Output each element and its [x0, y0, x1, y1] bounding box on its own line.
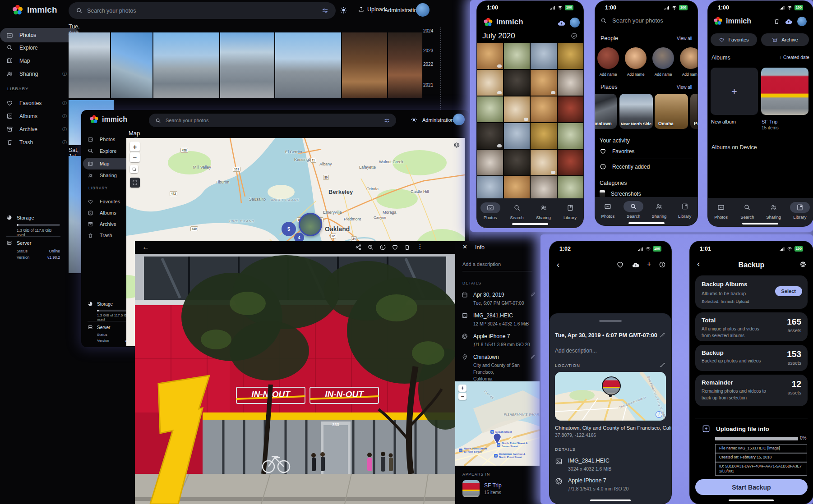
photo-thumbnail[interactable] [342, 32, 387, 98]
backup-cloud-icon[interactable] [557, 19, 566, 27]
add-name-link[interactable]: Add name [681, 72, 698, 77]
photo-thumbnail[interactable] [531, 96, 557, 122]
filter-sliders-icon[interactable] [384, 118, 390, 124]
place-tile[interactable]: Chinatown [595, 94, 617, 129]
edit-date-icon[interactable] [530, 292, 536, 297]
photo-thumbnail[interactable] [69, 32, 110, 98]
nav-sharing[interactable]: Sharing [762, 202, 785, 220]
sheet-drag-handle[interactable] [599, 320, 622, 322]
photo-thumbnail[interactable] [477, 123, 503, 149]
theme-toggle-icon[interactable] [340, 6, 347, 14]
recently-added-row[interactable]: Recently added [600, 163, 650, 170]
nav-search[interactable]: Search [505, 202, 529, 220]
close-icon[interactable]: ✕ [462, 243, 467, 250]
nav-search[interactable]: Search [735, 202, 759, 220]
sidebar-item-archive[interactable]: Archiveⓘ [6, 126, 67, 133]
location-minimap[interactable]: + − FISHERMAN'S WHARF Pier 45 🚌Beach Str… [455, 381, 540, 466]
map-zoom-in-button[interactable]: + [130, 142, 140, 151]
archive-button[interactable]: Archive [761, 33, 809, 46]
add-name-link[interactable]: Add name [653, 72, 673, 77]
zoom-icon[interactable] [367, 244, 374, 251]
add-name-link[interactable]: Add name [626, 72, 646, 77]
photo-thumbnail[interactable] [504, 123, 530, 149]
timeline-scrubber[interactable]: 2024 2023 2022 2021 [423, 25, 455, 115]
filter-sliders-icon[interactable] [322, 7, 328, 14]
photo-thumbnail[interactable] [477, 43, 503, 69]
photo-thumbnail[interactable] [531, 70, 557, 96]
photo-thumbnail[interactable] [558, 150, 584, 175]
description-input[interactable]: Add a description [462, 261, 501, 267]
search-input[interactable]: Search your photos [69, 2, 336, 19]
administration-link[interactable]: Administration [422, 117, 454, 123]
trash-icon[interactable] [773, 18, 780, 25]
album-tile[interactable] [761, 68, 808, 115]
sidebar-item-albums[interactable]: Albumsⓘ [6, 113, 67, 119]
photo-thumbnail[interactable] [504, 70, 530, 96]
favorites-button[interactable]: Favorites [711, 33, 757, 46]
sidebar-item-sharing[interactable]: Sharingⓘ [6, 70, 67, 77]
place-tile[interactable]: Near North Side [619, 94, 653, 129]
photo-thumbnail[interactable] [477, 96, 503, 122]
new-album-tile[interactable]: + [711, 68, 758, 115]
add-name-link[interactable]: Add name [598, 72, 618, 77]
start-backup-button[interactable]: Start Backup [695, 479, 808, 495]
map-zoom-out-button[interactable]: − [130, 152, 140, 162]
upload-cloud-icon[interactable] [632, 261, 640, 269]
upload-button[interactable]: Upload [358, 6, 385, 13]
sidebar-item-map[interactable]: Map [6, 57, 67, 64]
photo-thumbnail[interactable] [504, 43, 530, 69]
photo-thumbnail[interactable] [504, 96, 530, 122]
photo-thumbnail[interactable] [558, 123, 584, 149]
sidebar-item-photos[interactable]: Photosⓘ [0, 28, 79, 42]
backup-cloud-icon[interactable] [785, 18, 793, 26]
nav-photos[interactable]: Photos [479, 202, 502, 220]
person-face[interactable] [625, 47, 647, 69]
person-face[interactable] [597, 47, 619, 69]
avatar[interactable] [797, 17, 807, 26]
nav-library[interactable]: Library [788, 202, 812, 220]
share-icon[interactable] [355, 244, 362, 251]
photo-thumbnail[interactable] [477, 150, 503, 175]
map-settings-gear-icon[interactable] [453, 142, 460, 149]
nav-search[interactable]: Search [622, 201, 645, 219]
photo-thumbnail[interactable] [275, 32, 341, 98]
photo-thumbnail[interactable] [558, 70, 584, 96]
nav-sharing[interactable]: Sharing [532, 202, 555, 220]
person-face[interactable] [652, 47, 674, 69]
album-name[interactable]: SF Trip [762, 119, 777, 124]
select-all-check-icon[interactable] [571, 32, 577, 39]
theme-toggle-icon[interactable] [411, 116, 417, 123]
places-view-all[interactable]: View all [677, 85, 692, 90]
people-view-all[interactable]: View all [677, 36, 692, 41]
photo-thumbnail[interactable] [531, 123, 557, 149]
favorites-row[interactable]: Favorites [600, 148, 634, 155]
appears-in-album[interactable]: SF Trip 15 items [462, 480, 502, 497]
favorite-heart-icon[interactable] [392, 244, 398, 251]
photo-thumbnail[interactable] [388, 32, 422, 98]
person-face[interactable] [680, 47, 698, 69]
avatar[interactable] [416, 3, 430, 17]
edit-location-icon[interactable] [660, 362, 665, 368]
search-input[interactable]: Search your photos [149, 114, 396, 127]
photo-thumbnail[interactable] [111, 32, 152, 98]
avatar[interactable] [570, 18, 580, 27]
sidebar-item-explore[interactable]: Explore [6, 44, 67, 51]
photo-thumbnail[interactable] [504, 150, 530, 175]
info-icon[interactable] [659, 261, 666, 268]
administration-link[interactable]: Administration [384, 7, 420, 14]
nav-photos[interactable]: Photos [709, 202, 733, 220]
nav-library[interactable]: Library [559, 202, 582, 220]
add-to-icon[interactable]: + [647, 260, 651, 268]
minimap-zoom-in-button[interactable]: + [458, 385, 467, 392]
photo-thumbnail[interactable] [558, 96, 584, 122]
sidebar-item-favorites[interactable]: Favoritesⓘ [6, 100, 67, 106]
map-fullscreen-button[interactable] [130, 178, 140, 188]
photo-thumbnail[interactable] [477, 70, 503, 96]
edit-location-icon[interactable] [530, 354, 536, 359]
place-tile[interactable]: Pi [690, 94, 698, 129]
map-attribution-icon[interactable]: i [656, 411, 662, 418]
viewer-back-icon[interactable]: ← [142, 243, 149, 251]
more-options-icon[interactable]: ⋮ [417, 243, 423, 250]
photo-thumbnail[interactable] [558, 43, 584, 69]
photo-thumbnail[interactable] [531, 43, 557, 69]
